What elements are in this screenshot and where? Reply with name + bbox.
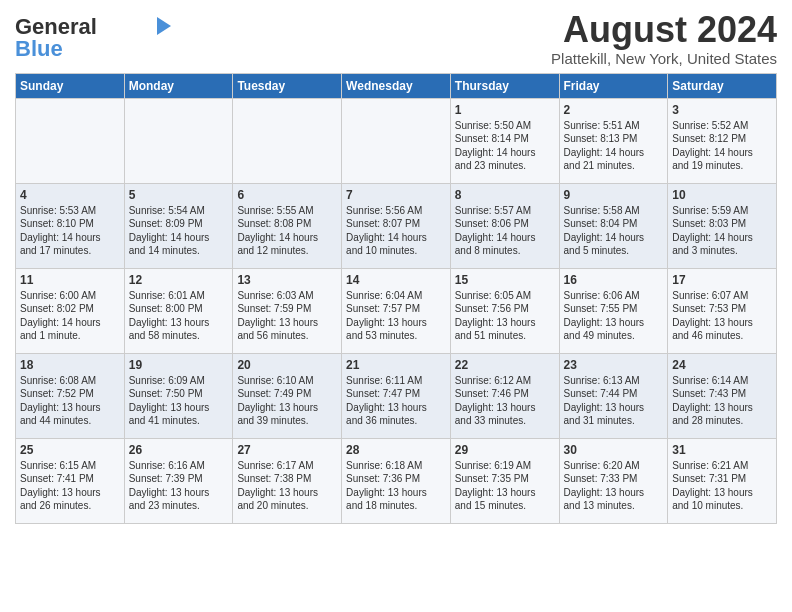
calendar-cell: 17Sunrise: 6:07 AM Sunset: 7:53 PM Dayli…	[668, 268, 777, 353]
calendar-cell: 12Sunrise: 6:01 AM Sunset: 8:00 PM Dayli…	[124, 268, 233, 353]
day-number: 24	[672, 357, 772, 373]
cell-content: Sunrise: 6:08 AM Sunset: 7:52 PM Dayligh…	[20, 374, 120, 428]
calendar-cell: 11Sunrise: 6:00 AM Sunset: 8:02 PM Dayli…	[16, 268, 125, 353]
cell-content: Sunrise: 6:15 AM Sunset: 7:41 PM Dayligh…	[20, 459, 120, 513]
day-number: 11	[20, 272, 120, 288]
day-number: 20	[237, 357, 337, 373]
header: General Blue August 2024 Plattekill, New…	[15, 10, 777, 67]
calendar-week-row: 4Sunrise: 5:53 AM Sunset: 8:10 PM Daylig…	[16, 183, 777, 268]
cell-content: Sunrise: 6:20 AM Sunset: 7:33 PM Dayligh…	[564, 459, 664, 513]
weekday-header: Thursday	[450, 73, 559, 98]
location-title: Plattekill, New York, United States	[551, 50, 777, 67]
calendar-week-row: 25Sunrise: 6:15 AM Sunset: 7:41 PM Dayli…	[16, 438, 777, 523]
calendar-cell: 6Sunrise: 5:55 AM Sunset: 8:08 PM Daylig…	[233, 183, 342, 268]
day-number: 22	[455, 357, 555, 373]
cell-content: Sunrise: 5:54 AM Sunset: 8:09 PM Dayligh…	[129, 204, 229, 258]
cell-content: Sunrise: 6:00 AM Sunset: 8:02 PM Dayligh…	[20, 289, 120, 343]
weekday-header: Sunday	[16, 73, 125, 98]
calendar-week-row: 18Sunrise: 6:08 AM Sunset: 7:52 PM Dayli…	[16, 353, 777, 438]
cell-content: Sunrise: 6:21 AM Sunset: 7:31 PM Dayligh…	[672, 459, 772, 513]
day-number: 15	[455, 272, 555, 288]
cell-content: Sunrise: 6:17 AM Sunset: 7:38 PM Dayligh…	[237, 459, 337, 513]
calendar-cell	[233, 98, 342, 183]
day-number: 12	[129, 272, 229, 288]
cell-content: Sunrise: 5:51 AM Sunset: 8:13 PM Dayligh…	[564, 119, 664, 173]
calendar-cell: 27Sunrise: 6:17 AM Sunset: 7:38 PM Dayli…	[233, 438, 342, 523]
cell-content: Sunrise: 6:04 AM Sunset: 7:57 PM Dayligh…	[346, 289, 446, 343]
cell-content: Sunrise: 5:59 AM Sunset: 8:03 PM Dayligh…	[672, 204, 772, 258]
cell-content: Sunrise: 6:19 AM Sunset: 7:35 PM Dayligh…	[455, 459, 555, 513]
logo-text-blue: Blue	[15, 38, 63, 60]
weekday-header: Saturday	[668, 73, 777, 98]
cell-content: Sunrise: 6:12 AM Sunset: 7:46 PM Dayligh…	[455, 374, 555, 428]
cell-content: Sunrise: 6:13 AM Sunset: 7:44 PM Dayligh…	[564, 374, 664, 428]
day-number: 17	[672, 272, 772, 288]
cell-content: Sunrise: 5:53 AM Sunset: 8:10 PM Dayligh…	[20, 204, 120, 258]
cell-content: Sunrise: 6:05 AM Sunset: 7:56 PM Dayligh…	[455, 289, 555, 343]
calendar-cell: 16Sunrise: 6:06 AM Sunset: 7:55 PM Dayli…	[559, 268, 668, 353]
calendar-cell: 24Sunrise: 6:14 AM Sunset: 7:43 PM Dayli…	[668, 353, 777, 438]
calendar-cell: 8Sunrise: 5:57 AM Sunset: 8:06 PM Daylig…	[450, 183, 559, 268]
calendar-cell: 31Sunrise: 6:21 AM Sunset: 7:31 PM Dayli…	[668, 438, 777, 523]
day-number: 21	[346, 357, 446, 373]
day-number: 23	[564, 357, 664, 373]
day-number: 4	[20, 187, 120, 203]
calendar-cell: 7Sunrise: 5:56 AM Sunset: 8:07 PM Daylig…	[342, 183, 451, 268]
calendar-cell: 22Sunrise: 6:12 AM Sunset: 7:46 PM Dayli…	[450, 353, 559, 438]
weekday-header: Friday	[559, 73, 668, 98]
day-number: 1	[455, 102, 555, 118]
cell-content: Sunrise: 5:50 AM Sunset: 8:14 PM Dayligh…	[455, 119, 555, 173]
day-number: 29	[455, 442, 555, 458]
calendar-cell: 9Sunrise: 5:58 AM Sunset: 8:04 PM Daylig…	[559, 183, 668, 268]
day-number: 3	[672, 102, 772, 118]
calendar-cell: 18Sunrise: 6:08 AM Sunset: 7:52 PM Dayli…	[16, 353, 125, 438]
calendar-cell: 30Sunrise: 6:20 AM Sunset: 7:33 PM Dayli…	[559, 438, 668, 523]
calendar-cell: 3Sunrise: 5:52 AM Sunset: 8:12 PM Daylig…	[668, 98, 777, 183]
weekday-header: Monday	[124, 73, 233, 98]
calendar-cell: 13Sunrise: 6:03 AM Sunset: 7:59 PM Dayli…	[233, 268, 342, 353]
calendar-cell: 10Sunrise: 5:59 AM Sunset: 8:03 PM Dayli…	[668, 183, 777, 268]
cell-content: Sunrise: 6:01 AM Sunset: 8:00 PM Dayligh…	[129, 289, 229, 343]
day-number: 26	[129, 442, 229, 458]
cell-content: Sunrise: 6:06 AM Sunset: 7:55 PM Dayligh…	[564, 289, 664, 343]
day-number: 10	[672, 187, 772, 203]
calendar-table: SundayMondayTuesdayWednesdayThursdayFrid…	[15, 73, 777, 524]
day-number: 9	[564, 187, 664, 203]
weekday-header: Wednesday	[342, 73, 451, 98]
calendar-cell	[124, 98, 233, 183]
day-number: 19	[129, 357, 229, 373]
cell-content: Sunrise: 6:07 AM Sunset: 7:53 PM Dayligh…	[672, 289, 772, 343]
day-number: 16	[564, 272, 664, 288]
calendar-cell: 1Sunrise: 5:50 AM Sunset: 8:14 PM Daylig…	[450, 98, 559, 183]
cell-content: Sunrise: 6:03 AM Sunset: 7:59 PM Dayligh…	[237, 289, 337, 343]
month-title: August 2024	[551, 10, 777, 50]
day-number: 28	[346, 442, 446, 458]
cell-content: Sunrise: 5:58 AM Sunset: 8:04 PM Dayligh…	[564, 204, 664, 258]
calendar-cell: 29Sunrise: 6:19 AM Sunset: 7:35 PM Dayli…	[450, 438, 559, 523]
calendar-cell: 14Sunrise: 6:04 AM Sunset: 7:57 PM Dayli…	[342, 268, 451, 353]
calendar-cell: 19Sunrise: 6:09 AM Sunset: 7:50 PM Dayli…	[124, 353, 233, 438]
cell-content: Sunrise: 6:11 AM Sunset: 7:47 PM Dayligh…	[346, 374, 446, 428]
logo-text: General	[15, 16, 97, 38]
title-area: August 2024 Plattekill, New York, United…	[551, 10, 777, 67]
calendar-cell	[16, 98, 125, 183]
day-number: 6	[237, 187, 337, 203]
calendar-cell: 28Sunrise: 6:18 AM Sunset: 7:36 PM Dayli…	[342, 438, 451, 523]
day-number: 27	[237, 442, 337, 458]
calendar-cell: 4Sunrise: 5:53 AM Sunset: 8:10 PM Daylig…	[16, 183, 125, 268]
calendar-cell	[342, 98, 451, 183]
calendar-cell: 26Sunrise: 6:16 AM Sunset: 7:39 PM Dayli…	[124, 438, 233, 523]
day-number: 18	[20, 357, 120, 373]
cell-content: Sunrise: 6:18 AM Sunset: 7:36 PM Dayligh…	[346, 459, 446, 513]
day-number: 25	[20, 442, 120, 458]
cell-content: Sunrise: 6:16 AM Sunset: 7:39 PM Dayligh…	[129, 459, 229, 513]
calendar-cell: 15Sunrise: 6:05 AM Sunset: 7:56 PM Dayli…	[450, 268, 559, 353]
cell-content: Sunrise: 5:55 AM Sunset: 8:08 PM Dayligh…	[237, 204, 337, 258]
day-number: 7	[346, 187, 446, 203]
cell-content: Sunrise: 6:14 AM Sunset: 7:43 PM Dayligh…	[672, 374, 772, 428]
logo: General Blue	[15, 16, 171, 60]
cell-content: Sunrise: 5:57 AM Sunset: 8:06 PM Dayligh…	[455, 204, 555, 258]
weekday-header: Tuesday	[233, 73, 342, 98]
cell-content: Sunrise: 6:09 AM Sunset: 7:50 PM Dayligh…	[129, 374, 229, 428]
calendar-week-row: 1Sunrise: 5:50 AM Sunset: 8:14 PM Daylig…	[16, 98, 777, 183]
